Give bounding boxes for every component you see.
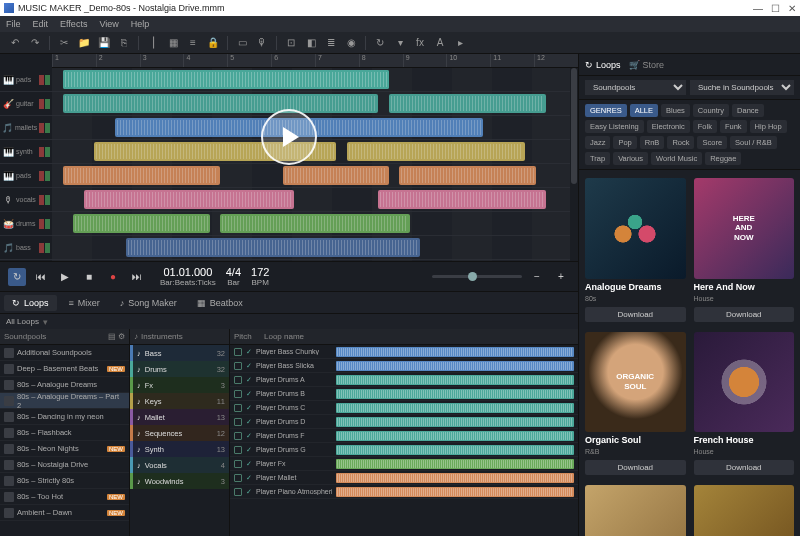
solo-button[interactable]	[45, 171, 50, 181]
bpm-display[interactable]: 172	[251, 266, 269, 278]
pitch-box[interactable]	[234, 460, 242, 468]
soundpool-filter[interactable]: Soundpools	[585, 80, 686, 95]
soundpool-card[interactable]	[694, 485, 795, 536]
stop-button[interactable]: ■	[80, 268, 98, 286]
genre-tag[interactable]: Score	[697, 136, 727, 149]
audio-clip[interactable]	[63, 70, 389, 89]
track-lane-7[interactable]	[52, 236, 578, 260]
loop-item[interactable]: ✓Player Bass Chunky	[230, 345, 578, 359]
soundpool-item[interactable]: 80s – Strictly 80s	[0, 473, 129, 489]
waveform-preview[interactable]	[336, 375, 574, 385]
solo-button[interactable]	[45, 99, 50, 109]
loop-item[interactable]: ✓Player Bass Slicka	[230, 359, 578, 373]
waveform-preview[interactable]	[336, 389, 574, 399]
video-button[interactable]: ▭	[233, 35, 251, 51]
track-lane-0[interactable]	[52, 68, 578, 92]
fx-button[interactable]: fx	[411, 35, 429, 51]
cut-button[interactable]: ✂	[55, 35, 73, 51]
genre-tag[interactable]: Various	[613, 152, 648, 165]
menu-help[interactable]: Help	[131, 19, 150, 29]
audio-clip[interactable]	[73, 214, 210, 233]
save-button[interactable]: 💾	[95, 35, 113, 51]
mute-button[interactable]	[39, 171, 44, 181]
instrument-item[interactable]: ♪Mallet13	[130, 409, 229, 425]
soundpool-item[interactable]: 80s – Too HotNEW	[0, 489, 129, 505]
audio-clip[interactable]	[389, 94, 547, 113]
track-header-6[interactable]: 🥁drums	[0, 212, 52, 236]
marker-button[interactable]: ▾	[391, 35, 409, 51]
tab-song-maker[interactable]: ♪Song Maker	[112, 295, 185, 311]
audio-clip[interactable]	[84, 190, 294, 209]
genre-tag[interactable]: Dance	[732, 104, 764, 117]
audio-clip[interactable]	[126, 238, 421, 257]
menu-effects[interactable]: Effects	[60, 19, 87, 29]
loop-item[interactable]: ✓Player Piano Atmospheric	[230, 485, 578, 499]
track-header-3[interactable]: 🎹synth	[0, 140, 52, 164]
instrument-item[interactable]: ♪Vocals4	[130, 457, 229, 473]
genre-tag[interactable]: Soul / R&B	[730, 136, 777, 149]
open-button[interactable]: 📁	[75, 35, 93, 51]
genre-tag[interactable]: Pop	[613, 136, 636, 149]
soundpool-item[interactable]: Deep – Basement BeatsNEW	[0, 361, 129, 377]
loop-item[interactable]: ✓Player Drums F	[230, 429, 578, 443]
loop-button[interactable]: ↻	[371, 35, 389, 51]
genre-tag[interactable]: Easy Listening	[585, 120, 644, 133]
soundpool-item[interactable]: 80s – Nostalgia Drive	[0, 457, 129, 473]
store-tab-loops[interactable]: ↻Loops	[585, 60, 621, 70]
close-button[interactable]: ✕	[788, 3, 796, 14]
pitch-box[interactable]	[234, 418, 242, 426]
position-display[interactable]: 01.01.000	[160, 266, 216, 278]
auto-button[interactable]: A	[431, 35, 449, 51]
soundpool-item[interactable]: Additional Soundpools	[0, 345, 129, 361]
waveform-preview[interactable]	[336, 473, 574, 483]
waveform-preview[interactable]	[336, 347, 574, 357]
genres-label[interactable]: GENRES	[585, 104, 627, 117]
soundpool-card[interactable]: ORGANICSOULOrganic SoulR&BDownload	[585, 332, 686, 476]
minimize-button[interactable]: —	[753, 3, 763, 14]
timesig-display[interactable]: 4/4	[226, 266, 241, 278]
solo-button[interactable]	[45, 195, 50, 205]
download-button[interactable]: Download	[694, 307, 795, 322]
download-button[interactable]: Download	[585, 460, 686, 475]
tool-2[interactable]: ◧	[302, 35, 320, 51]
soundpool-card[interactable]: Analogue Dreams80sDownload	[585, 178, 686, 322]
track-header-5[interactable]: 🎙vocals	[0, 188, 52, 212]
undo-button[interactable]: ↶	[6, 35, 24, 51]
list-button[interactable]: ≡	[184, 35, 202, 51]
soundpool-item[interactable]: 80s – Neon NightsNEW	[0, 441, 129, 457]
tool-1[interactable]: ⊡	[282, 35, 300, 51]
solo-button[interactable]	[45, 219, 50, 229]
instrument-item[interactable]: ♪Bass32	[130, 345, 229, 361]
genre-tag[interactable]: Country	[693, 104, 729, 117]
tab-mixer[interactable]: ≡Mixer	[61, 295, 108, 311]
all-loops-dropdown[interactable]: All Loops	[6, 317, 39, 326]
solo-button[interactable]	[45, 123, 50, 133]
grid-button[interactable]: ▦	[164, 35, 182, 51]
pitch-box[interactable]	[234, 488, 242, 496]
solo-button[interactable]	[45, 243, 50, 253]
genre-tag[interactable]: Hip Hop	[750, 120, 787, 133]
genre-tag[interactable]: World Music	[651, 152, 702, 165]
loop-item[interactable]: ✓Player Drums G	[230, 443, 578, 457]
track-header-2[interactable]: 🎵mallets	[0, 116, 52, 140]
menu-file[interactable]: File	[6, 19, 21, 29]
tab-beatbox[interactable]: ▦Beatbox	[189, 295, 251, 311]
track-header-4[interactable]: 🎹pads	[0, 164, 52, 188]
pitch-box[interactable]	[234, 362, 242, 370]
mute-button[interactable]	[39, 99, 44, 109]
more-button[interactable]: ▸	[451, 35, 469, 51]
skip-end-button[interactable]: ⏭	[128, 268, 146, 286]
redo-button[interactable]: ↷	[26, 35, 44, 51]
waveform-preview[interactable]	[336, 487, 574, 497]
track-lane-1[interactable]	[52, 92, 578, 116]
timeline-ruler[interactable]: 123456789101112	[52, 54, 578, 68]
instrument-item[interactable]: ♪Drums32	[130, 361, 229, 377]
pitch-box[interactable]	[234, 390, 242, 398]
maximize-button[interactable]: ☐	[771, 3, 780, 14]
play-button[interactable]: ▶	[56, 268, 74, 286]
soundpool-card[interactable]	[585, 485, 686, 536]
menu-edit[interactable]: Edit	[33, 19, 49, 29]
track-lane-4[interactable]	[52, 164, 578, 188]
waveform-preview[interactable]	[336, 431, 574, 441]
tool-4[interactable]: ◉	[342, 35, 360, 51]
